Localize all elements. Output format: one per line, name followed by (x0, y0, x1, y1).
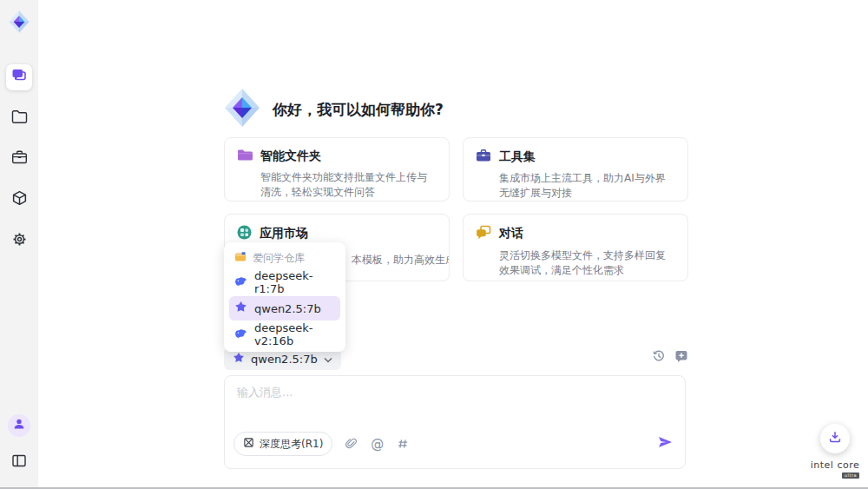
chevron-down-icon (324, 353, 332, 366)
card-smart-folder[interactable]: 智能文件夹 智能文件夹功能支持批量文件上传与清洗，轻松实现文件问答 (224, 137, 450, 202)
intel-core-badge: intel core ultra (807, 455, 863, 479)
assistant-logo-icon (221, 87, 263, 132)
sidebar-bottom (6, 414, 32, 475)
panel-icon (11, 453, 27, 472)
card-desc-fragment: 本模板，助力高效生成多 (352, 253, 450, 268)
folder-icon (11, 109, 28, 128)
history-icon[interactable] (652, 349, 666, 363)
sidebar-nav (6, 64, 32, 268)
model-option-label: deepseek-r1:7b (254, 269, 335, 295)
model-option-label: qwen2.5:7b (254, 302, 321, 315)
sidebar-item-toolbox[interactable] (6, 146, 32, 172)
gear-icon (11, 231, 28, 251)
selected-model-label: qwen2.5:7b (251, 353, 318, 366)
chat-bubble-icon (10, 67, 28, 88)
message-input[interactable]: 输入消息... (237, 385, 654, 400)
send-icon[interactable] (656, 433, 674, 454)
conversation-actions (652, 349, 688, 363)
deepseek-whale-icon (234, 327, 247, 342)
repository-icon (234, 251, 247, 265)
new-chat-icon[interactable] (674, 349, 688, 363)
briefcase-indigo-icon (476, 149, 491, 165)
hash-icon[interactable] (397, 438, 409, 450)
greeting-row: 你好，我可以如何帮助你? (221, 87, 444, 132)
repository-label: 爱问学仓库 (253, 251, 305, 266)
deep-think-icon (243, 437, 254, 451)
deep-think-toggle[interactable]: 深度思考(R1) (233, 432, 332, 456)
input-toolbar: 深度思考(R1) @ (233, 432, 409, 456)
qwen-star-icon (233, 352, 245, 367)
mention-icon[interactable]: @ (371, 438, 384, 451)
collapse-panel-button[interactable] (6, 449, 32, 475)
card-title: 智能文件夹 (260, 149, 321, 164)
intel-ultra-badge: ultra (842, 472, 859, 479)
chat-bubbles-yellow-icon (476, 225, 491, 242)
qwen-star-icon (234, 301, 247, 316)
chat-input-panel: 输入消息... 深度思考(R1) @ (224, 375, 686, 469)
greeting-text: 你好，我可以如何帮助你? (273, 100, 444, 120)
sidebar (0, 0, 38, 487)
card-title: 工具集 (499, 149, 536, 165)
user-profile-button[interactable] (8, 414, 30, 437)
card-dialogue[interactable]: 对话 灵活切换多模型文件，支持多样回复效果调试，满足个性化需求 (463, 214, 688, 281)
cube-icon (11, 190, 28, 210)
model-option-qwen[interactable]: qwen2.5:7b (229, 296, 340, 320)
download-button[interactable] (820, 424, 850, 453)
attachment-icon[interactable] (345, 437, 358, 451)
model-option-deepseek-v2[interactable]: deepseek-v2:16b (229, 322, 340, 347)
app-window: 你好，我可以如何帮助你? 智能文件夹 智能文件夹功能支持批量文件上传与清洗，轻松… (0, 0, 868, 489)
sidebar-item-settings[interactable] (6, 228, 32, 254)
deepseek-whale-icon (234, 275, 247, 290)
folder-purple-icon (237, 149, 253, 164)
sidebar-item-chat[interactable] (6, 64, 32, 90)
sidebar-item-folders[interactable] (6, 105, 32, 131)
card-desc: 灵活切换多模型文件，支持多样回复效果调试，满足个性化需求 (499, 248, 675, 278)
card-title: 对话 (499, 226, 523, 241)
model-option-deepseek-r1[interactable]: deepseek-r1:7b (229, 270, 340, 294)
card-title: 应用市场 (260, 226, 308, 241)
deep-think-label: 深度思考(R1) (260, 437, 323, 452)
model-option-label: deepseek-v2:16b (254, 321, 335, 347)
download-icon (828, 430, 842, 447)
intel-brand-text: intel core (811, 459, 860, 471)
user-icon (12, 417, 26, 434)
card-toolset[interactable]: 工具集 集成市场上主流工具，助力AI与外界无缝扩展与对接 (463, 137, 688, 202)
briefcase-icon (11, 149, 28, 169)
card-desc: 智能文件夹功能支持批量文件上传与清洗，轻松实现文件问答 (260, 170, 437, 200)
model-dropdown-header: 爱问学仓库 (229, 248, 340, 268)
app-grid-teal-icon (237, 225, 252, 242)
sidebar-item-models[interactable] (6, 187, 32, 213)
model-dropdown: 爱问学仓库 deepseek-r1:7b (224, 242, 345, 352)
app-logo-icon[interactable] (6, 9, 32, 35)
card-desc: 集成市场上主流工具，助力AI与外界无缝扩展与对接 (499, 171, 675, 201)
